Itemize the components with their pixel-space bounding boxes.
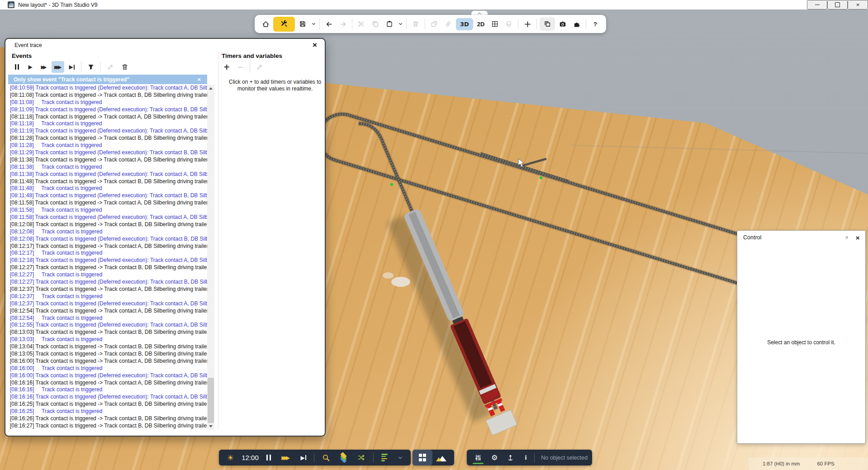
detail-level-dropdown[interactable] [395,451,405,465]
event-log-row[interactable]: [08:11:08] Track contact is triggered ->… [8,92,207,99]
event-log-row[interactable]: [08:12:08] Track contact is triggered [8,228,207,236]
event-log-row[interactable]: [08:13:05] Track contact is triggered ->… [8,351,207,358]
daylight-button[interactable]: ☀ [224,451,237,465]
event-log-row[interactable]: [08:12:27] Track contact is triggered [8,271,207,279]
view-2d-button[interactable]: 2D [474,17,487,31]
layers-button[interactable] [338,451,349,465]
event-filter-bar[interactable]: Only show event "Track contact is trigge… [8,75,207,84]
event-log-row[interactable]: [08:12:27] Track contact is triggered ->… [8,264,207,271]
object-transform-button[interactable] [504,451,517,465]
event-trace-close-button[interactable]: × [310,41,319,50]
event-log-row[interactable]: [08:11:38] Track contact is triggered ->… [8,157,207,164]
event-log-row[interactable]: [08:11:08] Track contact is triggered [8,99,207,106]
home-button[interactable] [259,17,272,31]
paste-dropdown[interactable] [397,17,403,31]
skip-time-button[interactable]: ▶ [298,451,309,465]
event-log-row[interactable]: [08:11:29] Track contact is triggered (D… [8,149,207,157]
pause-events-button[interactable] [11,61,23,73]
minimize-button[interactable] [807,0,827,9]
event-log-row[interactable]: [08:12:27] Track contact is triggered (D… [8,279,207,286]
control-close-button[interactable]: × [854,233,862,242]
event-filter-remove-button[interactable]: × [194,76,204,83]
scroll-up-arrow[interactable] [207,85,214,92]
drive-view-button[interactable] [503,17,515,31]
paste-button[interactable] [383,17,396,31]
event-log-row[interactable]: [08:11:38] Track contact is triggered (D… [8,171,207,178]
event-log-row[interactable]: [08:12:17] Track contact is triggered ->… [8,243,207,250]
event-log-row[interactable]: [08:12:37] Track contact is triggered (D… [8,300,207,308]
event-log-row[interactable]: [08:11:18] Track contact is triggered [8,120,207,128]
event-log-row[interactable]: [08:13:04] Track contact is triggered ->… [8,343,207,351]
close-button[interactable]: × [848,0,868,9]
pause-simulation-button[interactable] [264,451,274,465]
link-button[interactable] [442,17,455,31]
event-log-row[interactable]: [08:11:19] Track contact is triggered (D… [8,128,207,135]
event-log-row[interactable]: [08:11:18] Track contact is triggered ->… [8,114,207,121]
event-log-row[interactable]: [08:10:59] Track contact is triggered (D… [8,85,207,92]
copy-button[interactable] [369,17,382,31]
add-timer-button[interactable]: + [221,61,232,73]
scroll-down-arrow[interactable] [207,423,214,430]
screenshot-button[interactable] [556,17,569,31]
event-log-row[interactable]: [08:16:00] Track contact is triggered [8,365,207,372]
help-button[interactable]: ? [589,17,602,31]
event-log-row[interactable]: [08:12:54] Track contact is triggered [8,315,207,322]
event-log-list[interactable]: [08:10:59] Track contact is triggered (D… [8,85,207,430]
view-3d-button[interactable]: 3D [456,18,473,30]
event-log-row[interactable]: [08:16:25] Track contact is triggered [8,408,207,415]
event-log-row[interactable]: [08:12:08] Track contact is triggered ->… [8,221,207,228]
tools-button[interactable] [273,17,295,32]
event-log-row[interactable]: [08:13:03] Track contact is triggered ->… [8,329,207,336]
event-log-row[interactable]: [08:11:48] Track contact is triggered ->… [8,178,207,185]
speed-button[interactable]: ▶▶▶ [279,451,293,465]
remove-timer-button[interactable]: − [234,61,246,73]
grid-view-button[interactable] [489,17,501,31]
event-log-row[interactable]: [08:12:18] Track contact is triggered (D… [8,257,207,264]
fast-forward-button[interactable]: ▶▶ [38,61,50,73]
event-log-row[interactable]: [08:12:17] Track contact is triggered [8,250,207,257]
event-log-row[interactable]: [08:11:28] Track contact is triggered [8,142,207,149]
clear-events-button[interactable] [119,61,131,73]
edit-event-button[interactable] [104,61,117,73]
windows-layout-button[interactable] [540,17,555,31]
event-log-row[interactable]: [08:11:48] Track contact is triggered [8,185,207,192]
scrollbar-thumb[interactable] [208,378,214,423]
event-log-row[interactable]: [08:11:38] Track contact is triggered [8,164,207,171]
maximize-button[interactable] [827,0,848,9]
play-events-button[interactable]: ▶ [24,61,36,73]
cut-button[interactable] [355,17,368,31]
detail-level-button[interactable] [379,451,390,465]
event-log-row[interactable]: [08:13:03] Track contact is triggered [8,336,207,343]
skip-to-end-button[interactable]: ▶ [66,61,78,73]
event-log-row[interactable]: [08:11:09] Track contact is triggered (D… [8,106,207,114]
add-object-button[interactable] [521,17,534,31]
filter-events-button[interactable] [85,61,97,73]
event-log-row[interactable]: [08:12:54] Track contact is triggered ->… [8,308,207,315]
event-log-row[interactable]: [08:12:37] Track contact is triggered [8,293,207,300]
redo-button[interactable] [337,17,349,31]
event-log-row[interactable]: [08:16:16] Track contact is triggered [8,386,207,394]
event-log-row[interactable]: [08:16:27] Track contact is triggered ->… [8,423,207,430]
event-log-row[interactable]: [08:12:55] Track contact is triggered (D… [8,322,207,329]
event-log-row[interactable]: [08:12:37] Track contact is triggered ->… [8,286,207,293]
event-log-row[interactable]: [08:11:58] Track contact is triggered [8,207,207,214]
event-log-row[interactable]: [08:16:25] Track contact is triggered ->… [8,401,207,408]
delete-button[interactable] [409,17,422,31]
event-log-row[interactable]: [08:12:08] Track contact is triggered (D… [8,236,207,243]
plugins-button[interactable] [570,17,583,31]
undo-button[interactable] [323,17,335,31]
event-log-row[interactable]: [08:16:26] Track contact is triggered ->… [8,415,207,423]
catalog-grid-button[interactable] [413,450,432,465]
event-list-scrollbar[interactable] [207,85,214,430]
fastest-forward-button[interactable]: ▶▶▶ [52,61,64,73]
event-log-row[interactable]: [08:11:28] Track contact is triggered ->… [8,135,207,142]
event-log-row[interactable]: [08:16:16] Track contact is triggered (D… [8,394,207,401]
save-dropdown[interactable] [310,17,317,31]
event-log-row[interactable]: [08:11:58] Track contact is triggered (D… [8,214,207,221]
object-info-button[interactable]: i [521,451,531,465]
edit-timer-button[interactable] [253,61,266,73]
event-log-row[interactable]: [08:16:16] Track contact is triggered ->… [8,380,207,387]
zoom-button[interactable] [319,451,333,465]
event-log-row[interactable]: [08:11:58] Track contact is triggered ->… [8,199,207,207]
event-log-row[interactable]: [08:16:00] Track contact is triggered (D… [8,372,207,380]
